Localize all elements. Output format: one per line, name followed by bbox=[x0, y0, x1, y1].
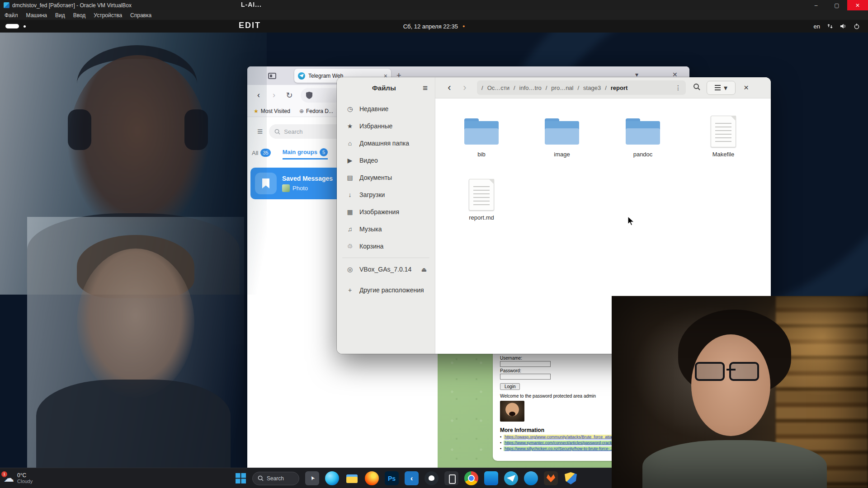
phone-link-icon[interactable] bbox=[444, 471, 458, 485]
sidebar-label: Корзина bbox=[359, 243, 383, 250]
files-header-bar: ‹ › / Ос…сти / info…tro / pro…nal / stag… bbox=[435, 77, 771, 99]
files-app-title: Файлы bbox=[372, 84, 396, 92]
clock[interactable]: Сб, 12 апреля 22:35 ● bbox=[0, 20, 868, 33]
gnome-top-bar: Сб, 12 апреля 22:35 ● en bbox=[0, 20, 868, 33]
picture-icon: ▦ bbox=[346, 208, 354, 216]
bookmark-fedora[interactable]: ⊕ Fedora D... bbox=[299, 108, 333, 114]
sidebar-item-starred[interactable]: ★ Избранные bbox=[340, 117, 431, 135]
outlook-icon[interactable] bbox=[484, 471, 498, 485]
keyboard-layout[interactable]: en bbox=[814, 23, 820, 30]
screen: Telegram Web × + ▾ ✕ ‹ › ↻ ★ Most Visite… bbox=[0, 0, 868, 488]
sidebar-item-videos[interactable]: ▶ Видео bbox=[340, 152, 431, 169]
sidebar-item-trash[interactable]: ♲ Корзина bbox=[340, 238, 431, 255]
menu-file[interactable]: Файл bbox=[5, 12, 18, 19]
menu-machine[interactable]: Машина bbox=[26, 12, 47, 19]
photoshop-icon[interactable]: Ps bbox=[385, 471, 399, 485]
skype-icon[interactable] bbox=[524, 471, 538, 485]
webcam-bottom-right bbox=[612, 296, 868, 488]
path-separator: / bbox=[577, 84, 579, 91]
sidebar-item-other-locations[interactable]: + Другие расположения bbox=[340, 282, 431, 299]
sidebar-item-downloads[interactable]: ↓ Загрузки bbox=[340, 186, 431, 203]
hamburger-menu-icon[interactable]: ≡ bbox=[257, 126, 263, 137]
volume-icon[interactable] bbox=[840, 23, 847, 29]
breadcrumb-segment[interactable]: stage3 bbox=[583, 84, 601, 91]
admin-photo bbox=[500, 401, 524, 422]
power-icon[interactable] bbox=[854, 23, 860, 29]
view-toggle-button[interactable]: ▾ bbox=[707, 81, 736, 95]
sidebar-item-home[interactable]: ⌂ Домашняя папка bbox=[340, 135, 431, 152]
sidebar-item-recent[interactable]: ◷ Недавние bbox=[340, 100, 431, 117]
files-back-button[interactable]: ‹ bbox=[442, 82, 457, 94]
sidebar-label: Изображения bbox=[359, 208, 399, 216]
reload-button[interactable]: ↻ bbox=[282, 90, 297, 100]
path-separator: / bbox=[546, 84, 547, 91]
search-icon bbox=[693, 83, 700, 90]
forward-button[interactable]: › bbox=[266, 90, 282, 100]
tab-all[interactable]: All 35 bbox=[252, 149, 271, 157]
star-icon: ★ bbox=[254, 108, 259, 114]
edge-icon[interactable] bbox=[325, 471, 339, 485]
tab-main-groups[interactable]: Main groups 5 bbox=[283, 146, 328, 160]
eject-icon[interactable]: ⏏ bbox=[421, 266, 427, 273]
sidebar-item-vbox-gas[interactable]: ◎ VBox_GAs_7.0.14 ⏏ bbox=[340, 261, 431, 278]
file-explorer-icon[interactable] bbox=[345, 471, 359, 485]
search-icon bbox=[258, 475, 264, 481]
files-forward-button[interactable]: › bbox=[457, 82, 472, 94]
gitlab-icon[interactable] bbox=[544, 471, 558, 485]
disc-icon: ◎ bbox=[346, 266, 354, 273]
tab-groups-badge: 5 bbox=[320, 148, 328, 156]
folder-icon bbox=[464, 118, 499, 145]
path-separator: / bbox=[514, 84, 515, 91]
firefox-icon[interactable] bbox=[365, 471, 379, 485]
windows-security-icon[interactable] bbox=[564, 471, 578, 485]
home-icon: ⌂ bbox=[346, 140, 354, 147]
notification-dot-icon: ● bbox=[462, 24, 465, 28]
maximize-icon[interactable]: ▢ bbox=[826, 0, 847, 10]
file-item-image[interactable]: image bbox=[528, 114, 596, 158]
file-item-makefile[interactable]: Makefile bbox=[689, 114, 757, 158]
clock-text: Сб, 12 апреля 22:35 bbox=[403, 23, 458, 30]
firefox-view-icon[interactable] bbox=[268, 73, 276, 79]
file-item-report-md[interactable]: report.md bbox=[448, 177, 515, 221]
bullet-icon: • bbox=[500, 446, 501, 451]
sidebar-item-documents[interactable]: ▤ Документы bbox=[340, 169, 431, 186]
stream-overlay-edit: EDIT bbox=[239, 21, 261, 30]
menu-devices[interactable]: Устройства bbox=[94, 12, 122, 19]
link-symantec: https://www.symantec.com/connect/article… bbox=[504, 441, 623, 445]
minimize-icon[interactable]: – bbox=[806, 0, 826, 10]
telegram-icon[interactable] bbox=[504, 471, 518, 485]
bookmark-most-visited[interactable]: ★ Most Visited bbox=[254, 108, 290, 114]
menu-view[interactable]: Вид bbox=[55, 12, 65, 19]
menu-help[interactable]: Справка bbox=[130, 12, 151, 19]
taskbar-search[interactable]: Search bbox=[252, 472, 299, 485]
breadcrumb-segment[interactable]: Ос…сти bbox=[487, 84, 509, 91]
github-icon[interactable] bbox=[425, 471, 439, 485]
files-search-button[interactable] bbox=[693, 83, 700, 92]
files-close-icon[interactable]: × bbox=[744, 83, 749, 93]
capture-app-icon[interactable] bbox=[305, 471, 319, 485]
close-icon[interactable]: ✕ bbox=[847, 0, 868, 10]
sidebar-label: Музыка bbox=[359, 225, 382, 233]
file-item-bib[interactable]: bib bbox=[448, 114, 515, 158]
breadcrumb-segment[interactable]: pro…nal bbox=[551, 84, 573, 91]
back-button[interactable]: ‹ bbox=[251, 90, 266, 100]
start-button[interactable] bbox=[235, 473, 246, 484]
virtualbox-titlebar[interactable]: dmchistov_fed [Работает] - Oracle VM Vir… bbox=[0, 0, 868, 10]
telegram-favicon bbox=[298, 72, 305, 80]
chrome-icon[interactable] bbox=[464, 471, 478, 485]
sidebar-item-music[interactable]: ♫ Музыка bbox=[340, 221, 431, 238]
vscode-icon[interactable]: ‹ bbox=[405, 471, 419, 485]
kebab-menu-icon[interactable]: ⋮ bbox=[675, 84, 681, 91]
network-share-icon[interactable] bbox=[827, 23, 833, 29]
saved-messages-avatar-icon bbox=[255, 173, 277, 194]
sidebar-item-pictures[interactable]: ▦ Изображения bbox=[340, 203, 431, 221]
menu-input[interactable]: Ввод bbox=[73, 12, 86, 19]
breadcrumb[interactable]: / Ос…сти / info…tro / pro…nal / stage3 /… bbox=[477, 80, 686, 95]
bookmark-label: Most Visited bbox=[261, 108, 290, 114]
breadcrumb-current[interactable]: report bbox=[611, 84, 628, 91]
files-menu-icon[interactable]: ≡ bbox=[423, 83, 428, 93]
file-name: pandoc bbox=[633, 151, 653, 158]
weather-widget[interactable]: ☁ 1 0°C Cloudy bbox=[4, 468, 33, 488]
breadcrumb-segment[interactable]: info…tro bbox=[519, 84, 542, 91]
file-item-pandoc[interactable]: pandoc bbox=[609, 114, 677, 158]
